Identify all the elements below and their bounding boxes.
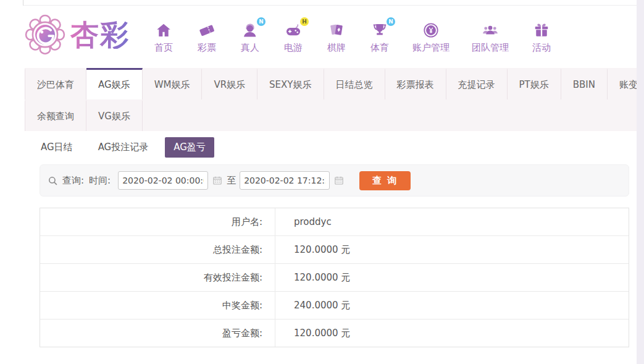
logo-flower-icon: [25, 14, 65, 56]
nav-item-label: 账户管理: [412, 42, 450, 54]
row-label: 有效投注金额:: [40, 264, 275, 291]
site-logo[interactable]: 杏彩: [25, 14, 130, 56]
home-icon: [155, 22, 172, 39]
nav-icon-wrap: [533, 20, 550, 39]
tab[interactable]: WM娱乐: [143, 68, 203, 99]
nav-item-label: 彩票: [198, 42, 216, 54]
nav-icon-wrap: [155, 20, 172, 39]
nav-item[interactable]: 账户管理: [412, 20, 450, 54]
row-value: proddyc: [275, 208, 629, 235]
tab[interactable]: 余额查询: [25, 99, 86, 131]
top-hairline: [23, 5, 637, 6]
nav-icon-wrap: [198, 20, 215, 39]
subtab[interactable]: AG日结: [32, 137, 82, 158]
nav-item-label: 棋牌: [327, 42, 346, 54]
tab[interactable]: AG娱乐: [86, 68, 143, 99]
table-row: 盈亏金额: 120.0000 元: [40, 319, 629, 347]
live-person-icon: [241, 22, 259, 39]
nav-icon-wrap: [482, 20, 499, 39]
tab[interactable]: VG娱乐: [86, 99, 143, 131]
trophy-icon: [371, 22, 388, 39]
row-label: 用户名:: [40, 208, 275, 235]
row-value: 120.0000 元: [275, 320, 629, 347]
tab[interactable]: 彩票报表: [385, 68, 446, 99]
row-label: 中奖金额:: [40, 292, 275, 319]
cards-icon: [328, 22, 345, 39]
team-icon: [482, 22, 499, 39]
start-time-input[interactable]: [118, 171, 208, 190]
tab[interactable]: 日结总览: [324, 68, 385, 99]
query-button[interactable]: 查 询: [359, 171, 411, 190]
nav-item-label: 团队管理: [472, 42, 509, 54]
nav-icon-wrap: H: [285, 20, 302, 39]
time-label: 时间:: [89, 175, 111, 187]
tab[interactable]: BBIN: [561, 68, 608, 99]
badge: H: [300, 17, 309, 26]
row-label: 总投注金额:: [40, 236, 275, 263]
table-row: 用户名: proddyc: [40, 208, 629, 235]
main-nav: 首页 彩票 N 真人 H 电游 棋牌: [153, 20, 552, 54]
nav-icon-wrap: [328, 20, 345, 39]
report-tabstrip: 沙巴体育AG娱乐WM娱乐VR娱乐SEXY娱乐日结总览彩票报表充提记录PT娱乐BB…: [25, 68, 637, 131]
tab-row-2: 余额查询VG娱乐: [25, 99, 637, 131]
badge: N: [387, 17, 395, 26]
logo-text: 杏彩: [70, 20, 130, 49]
end-time-input[interactable]: [240, 171, 330, 190]
nav-item[interactable]: 棋牌: [326, 20, 347, 54]
nav-item-label: 活动: [532, 42, 551, 54]
nav-item[interactable]: 团队管理: [472, 20, 509, 54]
tab[interactable]: VR娱乐: [202, 68, 257, 99]
calendar-icon[interactable]: [212, 176, 222, 185]
nav-icon-wrap: [422, 20, 440, 39]
nav-item[interactable]: N 体育: [369, 20, 390, 54]
tab[interactable]: PT娱乐: [508, 68, 561, 99]
profit-table: 用户名: proddyc 总投注金额: 120.0000 元 有效投注金额: 1…: [40, 208, 629, 347]
table-row: 有效投注金额: 120.0000 元: [40, 263, 629, 291]
gamepad-icon: [285, 22, 302, 39]
nav-item[interactable]: 彩票: [196, 20, 217, 54]
subtab[interactable]: AG投注记录: [90, 137, 157, 158]
table-row: 总投注金额: 120.0000 元: [40, 235, 629, 263]
page-scrollbar[interactable]: [637, 0, 644, 364]
ag-subtabs: AG日结AG投注记录AG盈亏: [32, 137, 214, 158]
calendar-icon[interactable]: [334, 176, 344, 185]
nav-item[interactable]: H 电游: [283, 20, 304, 54]
to-label: 至: [227, 175, 236, 187]
query-label: 查询:: [62, 175, 84, 187]
lottery-ticket-icon: [198, 22, 215, 39]
row-value: 120.0000 元: [275, 264, 629, 291]
nav-item[interactable]: N 真人: [240, 20, 261, 54]
tab[interactable]: SEXY娱乐: [257, 68, 324, 99]
nav-item-label: 电游: [284, 42, 303, 54]
badge: N: [257, 17, 266, 26]
nav-item[interactable]: 活动: [531, 20, 552, 54]
nav-item[interactable]: 首页: [153, 20, 174, 54]
yen-coin-icon: [422, 22, 440, 39]
tab[interactable]: 充提记录: [446, 68, 508, 99]
tab-row-1: 沙巴体育AG娱乐WM娱乐VR娱乐SEXY娱乐日结总览彩票报表充提记录PT娱乐BB…: [25, 68, 637, 99]
nav-item-label: 体育: [370, 42, 389, 54]
nav-item-label: 首页: [154, 42, 173, 54]
search-icon: [48, 176, 58, 186]
table-row: 中奖金额: 240.0000 元: [40, 291, 629, 319]
query-bar: 查询: 时间: 至 查 询: [40, 164, 629, 197]
row-value: 120.0000 元: [275, 236, 629, 263]
nav-icon-wrap: N: [371, 20, 388, 39]
tab[interactable]: 沙巴体育: [25, 68, 86, 99]
row-value: 240.0000 元: [275, 292, 629, 319]
gift-icon: [533, 22, 550, 39]
subtab[interactable]: AG盈亏: [165, 137, 214, 158]
nav-icon-wrap: N: [241, 20, 259, 39]
row-label: 盈亏金额:: [40, 320, 275, 347]
nav-item-label: 真人: [241, 42, 259, 54]
